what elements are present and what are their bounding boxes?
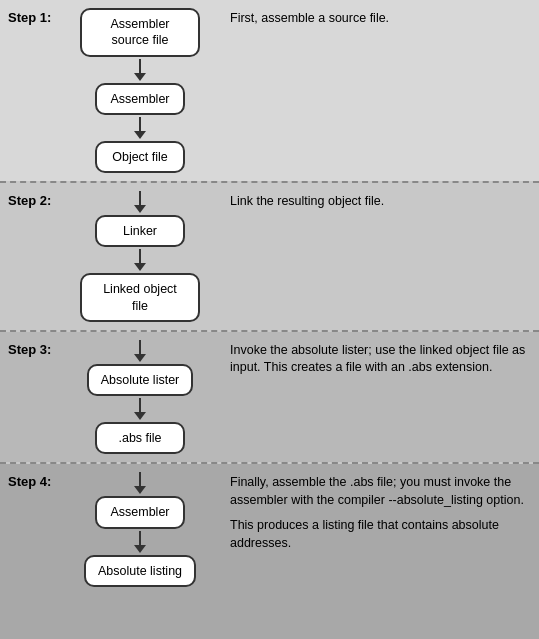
step-2-desc-1: Link the resulting object file. — [230, 193, 527, 211]
step-3-desc: Invoke the absolute lister; use the link… — [220, 332, 539, 463]
arrow-5 — [134, 531, 146, 553]
step-4-flow: Assembler Absolute listing — [60, 464, 220, 639]
step-4-label: Step 4: — [0, 464, 60, 639]
assembler-box-2: Assembler — [95, 496, 185, 528]
assembler-source-file-box: Assembler source file — [80, 8, 200, 57]
step-3-row: Step 3: Absolute lister .abs file Invoke… — [0, 332, 539, 463]
arrow-top-2 — [134, 191, 146, 213]
step-2-flow: Linker Linked object file — [60, 183, 220, 330]
step-1-flow: Assembler source file Assembler Object f… — [60, 0, 220, 181]
assembler-box-1: Assembler — [95, 83, 185, 115]
step-2-label: Step 2: — [0, 183, 60, 330]
object-file-box: Object file — [95, 141, 185, 173]
arrow-3 — [134, 249, 146, 271]
step-4-desc-2: This produces a listing file that contai… — [230, 517, 527, 552]
step-4-desc: Finally, assemble the .abs file; you mus… — [220, 464, 539, 639]
step-1-row: Step 1: Assembler source file Assembler … — [0, 0, 539, 181]
step-3-flow: Absolute lister .abs file — [60, 332, 220, 463]
step-4-desc-1: Finally, assemble the .abs file; you mus… — [230, 474, 527, 509]
arrow-top-4 — [134, 472, 146, 494]
step-2-row: Step 2: Linker Linked object file Link t… — [0, 183, 539, 330]
step-4-row: Step 4: Assembler Absolute listing Final… — [0, 464, 539, 639]
arrow-top-3 — [134, 340, 146, 362]
linked-object-file-box: Linked object file — [80, 273, 200, 322]
arrow-2 — [134, 117, 146, 139]
step-1-desc-1: First, assemble a source file. — [230, 10, 527, 28]
diagram-container: Step 1: Assembler source file Assembler … — [0, 0, 539, 639]
step-3-desc-1: Invoke the absolute lister; use the link… — [230, 342, 527, 377]
arrow-4 — [134, 398, 146, 420]
linker-box: Linker — [95, 215, 185, 247]
step-1-desc: First, assemble a source file. — [220, 0, 539, 181]
abs-file-box: .abs file — [95, 422, 185, 454]
step-3-label: Step 3: — [0, 332, 60, 463]
absolute-listing-box: Absolute listing — [84, 555, 196, 587]
step-1-label: Step 1: — [0, 0, 60, 181]
arrow-1 — [134, 59, 146, 81]
absolute-lister-box: Absolute lister — [87, 364, 194, 396]
step-2-desc: Link the resulting object file. — [220, 183, 539, 330]
